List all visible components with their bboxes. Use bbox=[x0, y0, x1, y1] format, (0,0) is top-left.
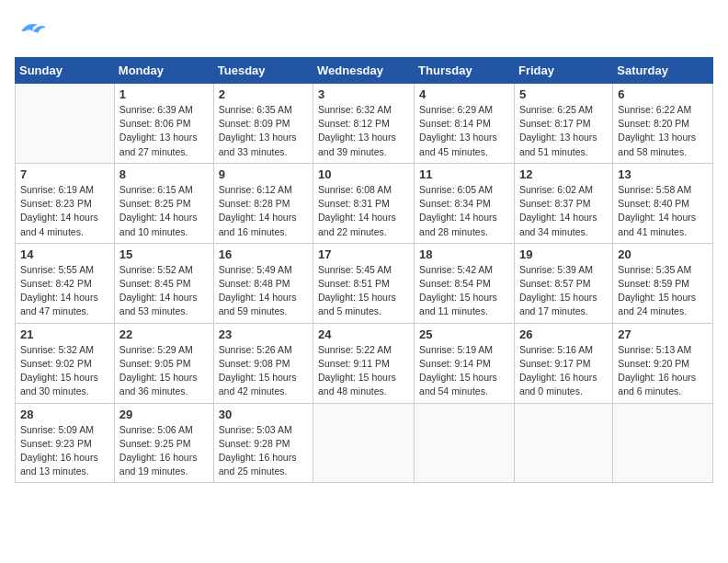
day-number: 22 bbox=[119, 327, 209, 341]
day-info: Sunrise: 5:52 AMSunset: 8:45 PMDaylight:… bbox=[119, 263, 209, 319]
day-number: 28 bbox=[20, 408, 109, 421]
day-number: 17 bbox=[318, 247, 409, 261]
table-row: 7Sunrise: 6:19 AMSunset: 8:23 PMDaylight… bbox=[16, 163, 115, 243]
day-info: Sunrise: 6:05 AMSunset: 8:34 PMDaylight:… bbox=[419, 183, 509, 239]
day-number: 25 bbox=[419, 327, 509, 341]
day-info: Sunrise: 5:32 AMSunset: 9:02 PMDaylight:… bbox=[20, 343, 109, 399]
day-number: 6 bbox=[618, 87, 708, 101]
table-row: 16Sunrise: 5:49 AMSunset: 8:48 PMDayligh… bbox=[213, 243, 313, 323]
table-row: 28Sunrise: 5:09 AMSunset: 9:23 PMDayligh… bbox=[16, 403, 115, 483]
table-row: 8Sunrise: 6:15 AMSunset: 8:25 PMDaylight… bbox=[114, 163, 213, 243]
day-info: Sunrise: 5:16 AMSunset: 9:17 PMDaylight:… bbox=[519, 343, 608, 399]
day-number: 12 bbox=[519, 167, 608, 181]
day-info: Sunrise: 6:22 AMSunset: 8:20 PMDaylight:… bbox=[618, 103, 708, 159]
day-info: Sunrise: 6:32 AMSunset: 8:12 PMDaylight:… bbox=[318, 103, 409, 159]
col-header-friday: Friday bbox=[514, 58, 612, 84]
table-row: 2Sunrise: 6:35 AMSunset: 8:09 PMDaylight… bbox=[213, 84, 313, 164]
logo bbox=[15, 15, 51, 48]
calendar-table: SundayMondayTuesdayWednesdayThursdayFrid… bbox=[15, 57, 713, 483]
day-number: 10 bbox=[318, 167, 409, 181]
day-info: Sunrise: 6:08 AMSunset: 8:31 PMDaylight:… bbox=[318, 183, 409, 239]
day-info: Sunrise: 5:29 AMSunset: 9:05 PMDaylight:… bbox=[119, 343, 209, 399]
table-row: 17Sunrise: 5:45 AMSunset: 8:51 PMDayligh… bbox=[313, 243, 415, 323]
table-row: 18Sunrise: 5:42 AMSunset: 8:54 PMDayligh… bbox=[415, 243, 515, 323]
day-number: 23 bbox=[219, 327, 308, 341]
day-number: 19 bbox=[519, 247, 608, 261]
day-number: 8 bbox=[119, 167, 209, 181]
day-info: Sunrise: 5:55 AMSunset: 8:42 PMDaylight:… bbox=[20, 263, 109, 319]
day-number: 27 bbox=[618, 327, 708, 341]
day-number: 1 bbox=[119, 87, 209, 101]
table-row bbox=[613, 403, 713, 483]
col-header-tuesday: Tuesday bbox=[213, 58, 313, 84]
day-number: 21 bbox=[20, 327, 109, 341]
day-info: Sunrise: 6:02 AMSunset: 8:37 PMDaylight:… bbox=[519, 183, 608, 239]
day-info: Sunrise: 6:39 AMSunset: 8:06 PMDaylight:… bbox=[119, 103, 209, 159]
table-row: 1Sunrise: 6:39 AMSunset: 8:06 PMDaylight… bbox=[114, 84, 213, 164]
day-info: Sunrise: 6:25 AMSunset: 8:17 PMDaylight:… bbox=[519, 103, 608, 159]
day-info: Sunrise: 5:13 AMSunset: 9:20 PMDaylight:… bbox=[618, 343, 708, 399]
page-header bbox=[15, 15, 713, 48]
table-row bbox=[415, 403, 515, 483]
table-row: 22Sunrise: 5:29 AMSunset: 9:05 PMDayligh… bbox=[114, 323, 213, 403]
table-row: 14Sunrise: 5:55 AMSunset: 8:42 PMDayligh… bbox=[16, 243, 115, 323]
day-number: 5 bbox=[519, 87, 608, 101]
day-number: 7 bbox=[20, 167, 109, 181]
table-row: 15Sunrise: 5:52 AMSunset: 8:45 PMDayligh… bbox=[114, 243, 213, 323]
day-info: Sunrise: 5:26 AMSunset: 9:08 PMDaylight:… bbox=[219, 343, 308, 399]
table-row: 27Sunrise: 5:13 AMSunset: 9:20 PMDayligh… bbox=[613, 323, 713, 403]
table-row: 24Sunrise: 5:22 AMSunset: 9:11 PMDayligh… bbox=[313, 323, 415, 403]
table-row: 6Sunrise: 6:22 AMSunset: 8:20 PMDaylight… bbox=[613, 84, 713, 164]
day-number: 16 bbox=[219, 247, 308, 261]
col-header-wednesday: Wednesday bbox=[313, 58, 415, 84]
day-info: Sunrise: 5:45 AMSunset: 8:51 PMDaylight:… bbox=[318, 263, 409, 319]
table-row: 12Sunrise: 6:02 AMSunset: 8:37 PMDayligh… bbox=[514, 163, 612, 243]
table-row bbox=[16, 84, 115, 164]
table-row: 11Sunrise: 6:05 AMSunset: 8:34 PMDayligh… bbox=[415, 163, 515, 243]
day-info: Sunrise: 6:15 AMSunset: 8:25 PMDaylight:… bbox=[119, 183, 209, 239]
col-header-saturday: Saturday bbox=[613, 58, 713, 84]
day-number: 26 bbox=[519, 327, 608, 341]
table-row: 19Sunrise: 5:39 AMSunset: 8:57 PMDayligh… bbox=[514, 243, 612, 323]
table-row: 9Sunrise: 6:12 AMSunset: 8:28 PMDaylight… bbox=[213, 163, 313, 243]
table-row: 10Sunrise: 6:08 AMSunset: 8:31 PMDayligh… bbox=[313, 163, 415, 243]
calendar-header: SundayMondayTuesdayWednesdayThursdayFrid… bbox=[16, 58, 713, 84]
day-number: 3 bbox=[318, 87, 409, 101]
table-row: 23Sunrise: 5:26 AMSunset: 9:08 PMDayligh… bbox=[213, 323, 313, 403]
table-row: 4Sunrise: 6:29 AMSunset: 8:14 PMDaylight… bbox=[415, 84, 515, 164]
table-row bbox=[514, 403, 612, 483]
table-row: 5Sunrise: 6:25 AMSunset: 8:17 PMDaylight… bbox=[514, 84, 612, 164]
day-number: 14 bbox=[20, 247, 109, 261]
day-number: 18 bbox=[419, 247, 509, 261]
day-info: Sunrise: 6:29 AMSunset: 8:14 PMDaylight:… bbox=[419, 103, 509, 159]
day-info: Sunrise: 5:42 AMSunset: 8:54 PMDaylight:… bbox=[419, 263, 509, 319]
day-info: Sunrise: 5:22 AMSunset: 9:11 PMDaylight:… bbox=[318, 343, 409, 399]
table-row: 25Sunrise: 5:19 AMSunset: 9:14 PMDayligh… bbox=[415, 323, 515, 403]
logo-bird-icon bbox=[15, 15, 48, 48]
day-info: Sunrise: 6:12 AMSunset: 8:28 PMDaylight:… bbox=[219, 183, 308, 239]
col-header-monday: Monday bbox=[114, 58, 213, 84]
day-info: Sunrise: 5:35 AMSunset: 8:59 PMDaylight:… bbox=[618, 263, 708, 319]
day-info: Sunrise: 5:58 AMSunset: 8:40 PMDaylight:… bbox=[618, 183, 708, 239]
table-row: 29Sunrise: 5:06 AMSunset: 9:25 PMDayligh… bbox=[114, 403, 213, 483]
day-info: Sunrise: 6:19 AMSunset: 8:23 PMDaylight:… bbox=[20, 183, 109, 239]
col-header-thursday: Thursday bbox=[415, 58, 515, 84]
day-number: 2 bbox=[219, 87, 308, 101]
table-row: 3Sunrise: 6:32 AMSunset: 8:12 PMDaylight… bbox=[313, 84, 415, 164]
table-row: 21Sunrise: 5:32 AMSunset: 9:02 PMDayligh… bbox=[16, 323, 115, 403]
table-row: 13Sunrise: 5:58 AMSunset: 8:40 PMDayligh… bbox=[613, 163, 713, 243]
day-info: Sunrise: 5:03 AMSunset: 9:28 PMDaylight:… bbox=[219, 423, 308, 479]
day-info: Sunrise: 5:49 AMSunset: 8:48 PMDaylight:… bbox=[219, 263, 308, 319]
day-number: 9 bbox=[219, 167, 308, 181]
day-number: 29 bbox=[119, 408, 209, 421]
day-number: 11 bbox=[419, 167, 509, 181]
day-info: Sunrise: 6:35 AMSunset: 8:09 PMDaylight:… bbox=[219, 103, 308, 159]
day-number: 24 bbox=[318, 327, 409, 341]
day-number: 15 bbox=[119, 247, 209, 261]
table-row bbox=[313, 403, 415, 483]
day-info: Sunrise: 5:19 AMSunset: 9:14 PMDaylight:… bbox=[419, 343, 509, 399]
day-number: 13 bbox=[618, 167, 708, 181]
day-info: Sunrise: 5:09 AMSunset: 9:23 PMDaylight:… bbox=[20, 423, 109, 479]
day-info: Sunrise: 5:39 AMSunset: 8:57 PMDaylight:… bbox=[519, 263, 608, 319]
day-number: 4 bbox=[419, 87, 509, 101]
